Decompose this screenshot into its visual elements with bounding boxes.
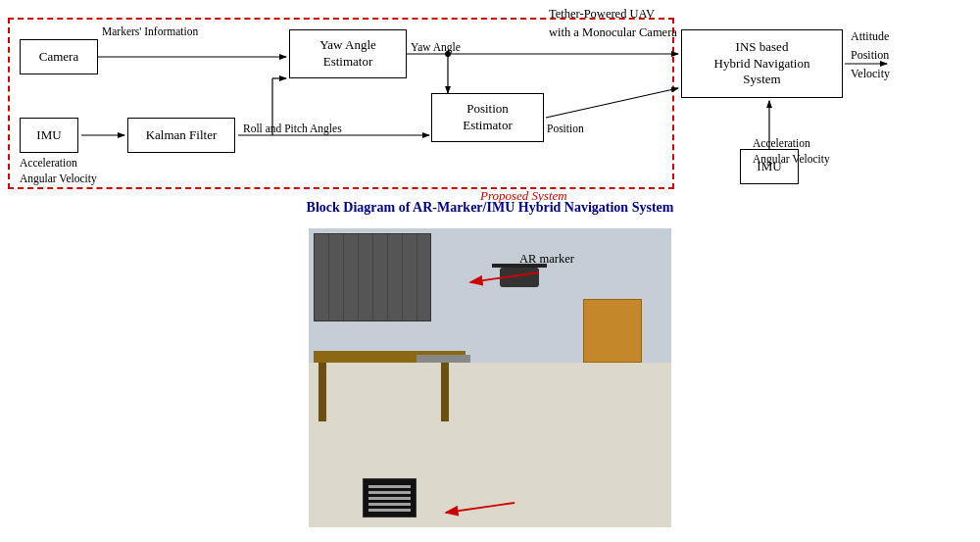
position-arrow-label: Position bbox=[547, 123, 584, 134]
ar-marker-object bbox=[363, 478, 416, 517]
markers-info-label: Markers' Information bbox=[102, 25, 198, 37]
imu-left-block: IMU bbox=[20, 118, 78, 153]
roll-pitch-label: Roll and Pitch Angles bbox=[243, 123, 342, 134]
chair bbox=[416, 355, 470, 363]
yaw-angle-label: Yaw Angle bbox=[411, 41, 461, 53]
uav-annotation-label: Tether-Powered UAVwith a Monocular Camer… bbox=[549, 5, 677, 42]
desk-leg-right bbox=[441, 363, 449, 421]
ins-hns-label: INS basedHybrid NavigationSystem bbox=[714, 39, 810, 89]
output-labels: Attitude Position Velocity bbox=[851, 27, 890, 84]
kalman-label: Kalman Filter bbox=[146, 127, 218, 144]
photo-area bbox=[0, 223, 980, 542]
photo-background bbox=[309, 228, 671, 527]
block-diagram-area: Camera IMU Kalman Filter Yaw AngleEstima… bbox=[0, 0, 980, 216]
velocity-label: Velocity bbox=[851, 65, 890, 83]
yaw-estimator-label: Yaw AngleEstimator bbox=[319, 37, 376, 71]
attitude-label: Attitude bbox=[851, 27, 890, 46]
position-estimator-block: PositionEstimator bbox=[431, 93, 544, 142]
drone bbox=[500, 268, 539, 287]
ar-annotation-label: AR marker bbox=[519, 250, 574, 269]
position-estimator-label: PositionEstimator bbox=[463, 101, 513, 134]
cardboard-box bbox=[583, 299, 642, 363]
camera-block: Camera bbox=[20, 39, 98, 74]
diagram-caption: Block Diagram of AR-Marker/IMU Hybrid Na… bbox=[307, 200, 674, 216]
camera-label: Camera bbox=[39, 49, 78, 66]
imu-left-label: IMU bbox=[36, 127, 61, 144]
photo-container bbox=[309, 228, 671, 527]
computer-towers bbox=[314, 233, 431, 321]
accel-angvel-left-label: AccelerationAngular Velocity bbox=[20, 155, 97, 186]
position-output-label: Position bbox=[851, 46, 890, 65]
yaw-estimator-block: Yaw AngleEstimator bbox=[289, 29, 407, 78]
kalman-block: Kalman Filter bbox=[127, 118, 235, 153]
ins-hns-block: INS basedHybrid NavigationSystem bbox=[681, 29, 843, 98]
desk-leg-left bbox=[318, 363, 326, 421]
accel-angvel-right-label: AccelerationAngular Velocity bbox=[753, 135, 830, 167]
